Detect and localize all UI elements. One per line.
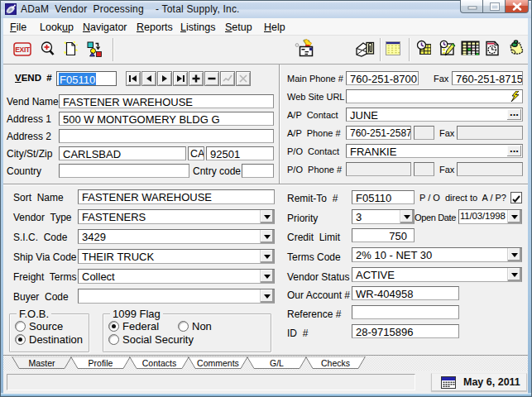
svg-text:EXIT: EXIT [15, 45, 31, 54]
